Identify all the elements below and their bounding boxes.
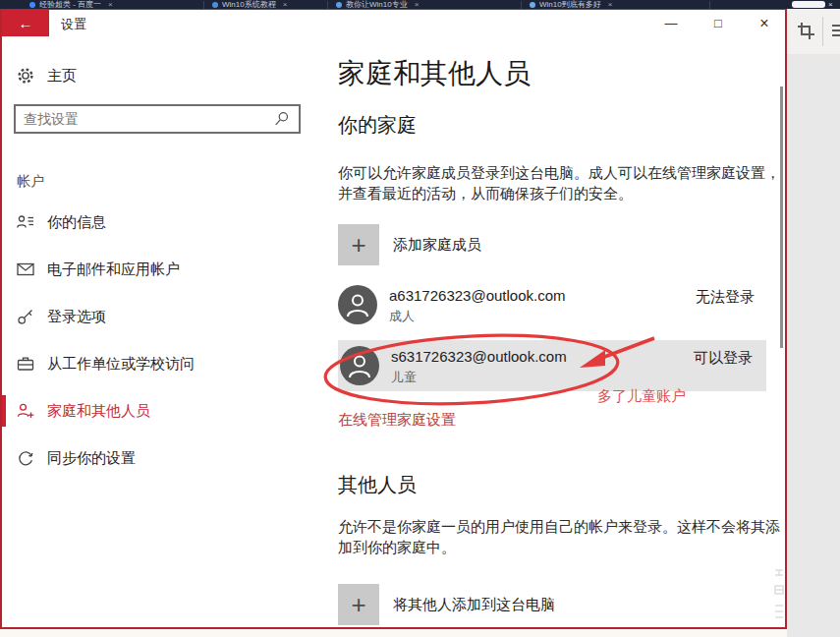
sidebar-item-label: 家庭和其他人员 [47,402,150,421]
key-icon [16,307,35,326]
add-family-member-label: 添加家庭成员 [393,236,481,255]
app-title: 设置 [61,16,86,33]
back-button[interactable]: ← [2,10,49,36]
tab-separator [521,1,522,9]
sync-icon [16,448,35,468]
annotation-note: 多了儿童账户 [597,387,686,406]
family-description: 你可以允许家庭成员登录到这台电脑。成人可以在线管理家庭设置，并查看最近的活动，从… [338,162,785,203]
tab-label: Win10到底有多好 [539,0,601,9]
tab-favicon [336,2,342,8]
search-box[interactable] [14,104,301,134]
sidebar-item-label: 从工作单位或学校访问 [47,355,195,374]
avatar-person-icon [340,346,379,385]
family-heading: 你的家庭 [338,112,417,139]
maximize-button[interactable]: □ [705,14,731,33]
menu-icon[interactable] [832,25,840,39]
account-status: 可以登录 [694,349,753,368]
avatar-person-icon [338,285,377,324]
account-role: 儿童 [391,369,417,386]
sidebar-item-family-other-people[interactable]: 家庭和其他人员 [2,393,307,429]
account-email: s631726323@outlook.com [391,348,567,365]
sidebar-item-label: 登录选项 [47,308,106,326]
sidebar-item-label: 电子邮件和应用帐户 [47,261,180,279]
browser-tab-3[interactable]: 教你让Win10专业 × [332,0,499,9]
tab-label: 经验超类 - 百度一 [39,0,101,9]
tab-label: Win10系统教程 [222,0,276,9]
account-role: 成人 [389,308,415,325]
briefcase-icon [16,354,35,374]
minimize-button[interactable]: — [658,14,684,33]
account-status: 无法登录 [696,288,755,307]
add-other-person-button[interactable]: + 将其他人添加到这台电脑 [338,584,766,625]
tab-separator [327,1,328,9]
person-plus-icon [16,401,35,421]
crop-icon[interactable] [797,22,816,41]
new-tab-button[interactable] [792,1,825,8]
others-heading: 其他人员 [338,472,417,498]
search-icon[interactable] [273,110,291,128]
sidebar-item-home[interactable]: 主页 [16,66,77,86]
browser-tabbar: 经验超类 - 百度一 × Win10系统教程 × 教你让Win10专业 × Wi… [0,0,840,9]
watermark-marks [772,566,786,623]
plus-icon: + [338,584,379,625]
tab-separator [203,1,204,9]
tab-close-icon[interactable]: × [415,0,420,9]
others-description: 允许不是你家庭一员的用户使用自己的帐户来登录。这样不会将其添加到你的家庭中。 [338,516,785,557]
tab-favicon [29,2,35,8]
tab-close-icon[interactable]: × [108,0,113,9]
browser-tab-2[interactable]: Win10系统教程 × [208,0,324,9]
sidebar-item-sync-settings[interactable]: 同步你的设置 [2,440,307,476]
manage-family-online-link[interactable]: 在线管理家庭设置 [338,411,456,430]
person-card-icon [16,212,35,232]
screen: 经验超类 - 百度一 × Win10系统教程 × 教你让Win10专业 × Wi… [0,0,840,637]
tab-label: 教你让Win10专业 [346,0,408,9]
sidebar-item-signin-options[interactable]: 登录选项 [2,299,307,334]
tab-close-icon[interactable]: × [283,0,288,9]
browser-toolbar [787,9,840,54]
sidebar-item-your-info[interactable]: 你的信息 [2,204,307,240]
family-account-adult[interactable]: a631726323@outlook.com 成人 无法登录 [338,285,766,332]
sidebar-item-label: 同步你的设置 [47,449,136,468]
toolbar-separator [822,17,823,46]
envelope-icon [16,260,35,279]
tab-separator [709,1,710,9]
account-email: a631726323@outlook.com [389,287,566,304]
sidebar-item-label: 你的信息 [47,213,106,232]
browser-tab-1[interactable]: 经验超类 - 百度一 × [26,0,200,9]
plus-icon: + [338,224,379,265]
add-other-person-label: 将其他人添加到这台电脑 [393,596,555,614]
browser-right-strip [787,9,840,637]
family-account-child[interactable]: s631726323@outlook.com 儿童 可以登录 [338,340,766,391]
add-family-member-button[interactable]: + 添加家庭成员 [338,224,766,265]
browser-close-icon[interactable]: × [828,0,833,9]
tab-close-icon[interactable]: × [608,0,613,9]
close-button[interactable]: × [752,14,777,33]
scrollbar-thumb[interactable] [780,87,783,348]
settings-window: ← 设置 — □ × 主页 帐户 [0,8,787,629]
sidebar-nav: 你的信息 电子邮件和应用帐户 [2,204,307,488]
back-arrow-icon: ← [19,15,33,31]
search-input[interactable] [16,111,273,127]
bottom-strip [0,629,787,637]
gear-icon [16,66,35,86]
page-title: 家庭和其他人员 [338,55,531,92]
browser-tab-4[interactable]: Win10到底有多好 × [526,0,689,9]
selected-indicator [2,395,6,427]
home-label: 主页 [47,67,77,86]
sidebar-item-email-accounts[interactable]: 电子邮件和应用帐户 [2,252,307,287]
sidebar-item-work-school[interactable]: 从工作单位或学校访问 [2,346,307,381]
sidebar-section-header: 帐户 [17,173,44,191]
tab-favicon [212,2,218,8]
tab-favicon [530,2,535,8]
